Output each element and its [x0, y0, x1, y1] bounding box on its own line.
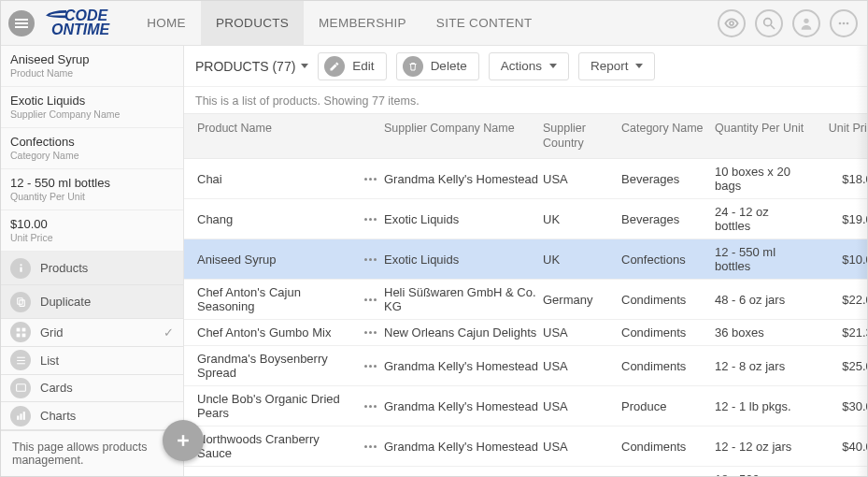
- cell-category: Beverages: [621, 172, 711, 186]
- cell-qty: 18 - 500 g: [715, 472, 806, 476]
- cell-supplier: Grandma Kelly's Homestead: [384, 359, 539, 373]
- nav-home[interactable]: HOME: [132, 1, 201, 45]
- table-row[interactable]: ChangExotic LiquidsUKBeverages24 - 12 oz…: [184, 199, 867, 239]
- eye-icon[interactable]: [718, 9, 746, 37]
- cell-name: Chef Anton's Gumbo Mix: [197, 325, 356, 340]
- grid-body[interactable]: ChaiGrandma Kelly's HomesteadUSABeverage…: [184, 159, 867, 476]
- col-product-name[interactable]: Product Name: [197, 122, 356, 137]
- cell-supplier: Grandma Kelly's Homestead: [384, 172, 539, 186]
- cell-price: $40.00: [810, 440, 867, 454]
- grid: Product Name Supplier Company Name Suppl…: [184, 113, 867, 476]
- sidebar-item-cards[interactable]: Cards: [1, 375, 183, 403]
- sidebar-item-duplicate[interactable]: Duplicate: [1, 285, 183, 319]
- nav-membership[interactable]: MEMBERSHIP: [304, 1, 421, 45]
- delete-button[interactable]: Delete: [396, 52, 479, 80]
- svg-rect-13: [16, 333, 20, 337]
- table-row[interactable]: Grandma's Boysenberry SpreadGrandma Kell…: [184, 346, 867, 386]
- cell-name: Aniseed Syrup: [197, 253, 356, 267]
- list-icon: [10, 350, 31, 370]
- svg-line-2: [771, 25, 775, 29]
- svg-point-4: [839, 22, 842, 24]
- trash-icon: [403, 56, 423, 77]
- table-row[interactable]: Chef Anton's Cajun SeasoningHeli Süßware…: [184, 280, 867, 320]
- col-price[interactable]: Unit Price: [810, 122, 867, 137]
- report-dropdown[interactable]: Report: [578, 52, 656, 80]
- svg-point-0: [730, 22, 733, 25]
- row-menu-icon[interactable]: [360, 331, 380, 334]
- top-bar: CODE ONTIME HOME PRODUCTS MEMBERSHIP SIT…: [1, 1, 867, 46]
- svg-rect-21: [22, 412, 24, 420]
- col-category[interactable]: Category Name: [621, 122, 711, 137]
- sidebar-item-label: Cards: [40, 381, 73, 395]
- logo[interactable]: CODE ONTIME: [46, 9, 109, 36]
- search-icon[interactable]: [755, 9, 783, 37]
- view-title-dropdown[interactable]: PRODUCTS (77): [195, 59, 308, 74]
- pencil-icon: [324, 56, 345, 77]
- user-icon[interactable]: [792, 9, 820, 37]
- cell-qty: 12 - 8 oz jars: [715, 359, 806, 373]
- cell-supplier: Exotic Liquids: [384, 212, 539, 226]
- col-country[interactable]: Supplier Country: [543, 122, 618, 151]
- svg-rect-8: [20, 267, 21, 271]
- sidebar-item-list[interactable]: List: [1, 347, 183, 375]
- breadcrumb-item[interactable]: 12 - 550 ml bottlesQuantity Per Unit: [1, 169, 183, 210]
- more-icon[interactable]: [830, 9, 858, 37]
- logo-line2: ONTIME: [51, 23, 109, 36]
- sidebar-item-charts[interactable]: Charts: [1, 402, 183, 430]
- table-row[interactable]: Chef Anton's Gumbo MixNew Orleans Cajun …: [184, 320, 867, 346]
- sidebar-item-grid[interactable]: Grid ✓: [1, 319, 183, 347]
- row-menu-icon[interactable]: [360, 258, 380, 261]
- svg-rect-18: [16, 384, 25, 392]
- cell-price: $30.00: [810, 399, 867, 413]
- row-menu-icon[interactable]: [360, 178, 380, 181]
- svg-point-3: [804, 18, 808, 22]
- edit-button[interactable]: Edit: [318, 52, 386, 80]
- cell-country: USA: [543, 440, 618, 454]
- view-title: PRODUCTS (77): [195, 59, 295, 74]
- breadcrumb-item[interactable]: ConfectionsCategory Name: [1, 128, 183, 169]
- svg-rect-14: [21, 333, 25, 337]
- table-row[interactable]: 18 - 500 g: [184, 467, 867, 476]
- table-row[interactable]: ChaiGrandma Kelly's HomesteadUSABeverage…: [184, 159, 867, 199]
- cell-country: USA: [543, 359, 618, 373]
- breadcrumb-value: $10.00: [10, 217, 174, 231]
- cell-category: Condiments: [621, 440, 711, 454]
- sidebar-item-label: Grid: [40, 325, 64, 340]
- cell-price: $21.35: [810, 325, 867, 340]
- svg-point-5: [843, 22, 846, 24]
- chevron-down-icon: [549, 64, 557, 68]
- nav-products[interactable]: PRODUCTS: [201, 1, 304, 45]
- col-qty[interactable]: Quantity Per Unit: [715, 122, 806, 137]
- cell-supplier: Heli Süßwaren GmbH & Co. KG: [384, 285, 539, 313]
- breadcrumb-value: Exotic Liquids: [10, 94, 174, 108]
- table-row[interactable]: Uncle Bob's Organic Dried PearsGrandma K…: [184, 386, 867, 426]
- row-menu-icon[interactable]: [360, 365, 380, 368]
- breadcrumb-item[interactable]: $10.00Unit Price: [1, 210, 183, 252]
- actions-dropdown[interactable]: Actions: [489, 52, 569, 80]
- col-supplier[interactable]: Supplier Company Name: [384, 122, 539, 137]
- row-menu-icon[interactable]: [360, 298, 380, 301]
- row-menu-icon[interactable]: [360, 405, 380, 408]
- grid-icon: [10, 322, 31, 342]
- nav-site-content[interactable]: SITE CONTENT: [421, 1, 548, 45]
- table-row[interactable]: Northwoods Cranberry SauceGrandma Kelly'…: [184, 426, 867, 467]
- sidebar-item-products[interactable]: Products: [1, 252, 183, 285]
- row-menu-icon[interactable]: [360, 218, 380, 221]
- breadcrumb-item[interactable]: Exotic LiquidsSupplier Company Name: [1, 87, 183, 128]
- svg-point-1: [764, 18, 772, 25]
- svg-point-7: [20, 264, 21, 266]
- menu-icon[interactable]: [8, 10, 35, 36]
- charts-icon: [10, 406, 31, 426]
- cell-country: USA: [543, 325, 618, 340]
- breadcrumb-value: 12 - 550 ml bottles: [10, 176, 174, 190]
- sidebar-note: This page allows products management.: [1, 430, 183, 476]
- svg-rect-9: [17, 298, 21, 305]
- table-row[interactable]: Aniseed SyrupExotic LiquidsUKConfections…: [184, 239, 867, 280]
- add-button[interactable]: [163, 420, 204, 461]
- breadcrumb-label: Unit Price: [10, 232, 174, 243]
- check-icon: ✓: [164, 325, 174, 340]
- cell-qty: 24 - 12 oz bottles: [715, 205, 806, 233]
- row-menu-icon[interactable]: [360, 445, 380, 448]
- cell-name: Chai: [197, 172, 356, 186]
- breadcrumb-item[interactable]: Aniseed SyrupProduct Name: [1, 46, 183, 87]
